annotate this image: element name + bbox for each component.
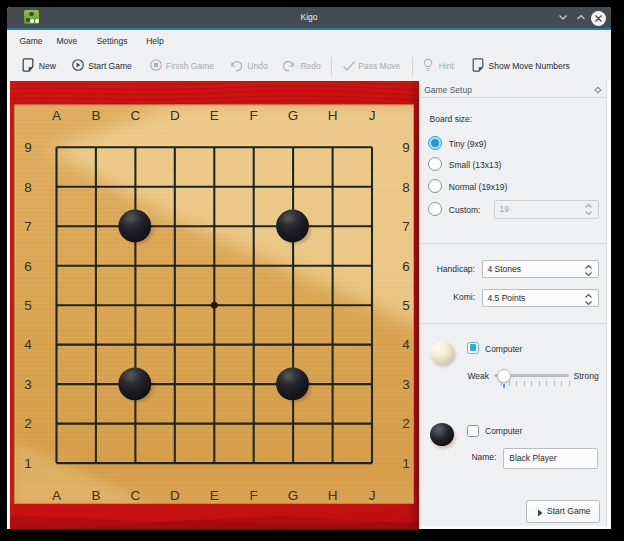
svg-text:3: 3 xyxy=(402,376,410,391)
svg-text:J: J xyxy=(369,107,376,122)
svg-text:B: B xyxy=(91,107,100,122)
svg-text:4: 4 xyxy=(402,337,410,352)
svg-text:7: 7 xyxy=(402,219,410,234)
svg-text:1: 1 xyxy=(402,455,410,470)
svg-text:9: 9 xyxy=(24,140,32,155)
svg-text:7: 7 xyxy=(24,219,32,234)
svg-text:9: 9 xyxy=(402,140,410,155)
svg-text:F: F xyxy=(250,488,258,503)
svg-text:5: 5 xyxy=(402,298,410,313)
svg-text:G: G xyxy=(288,488,299,503)
svg-text:2: 2 xyxy=(24,416,32,431)
svg-text:6: 6 xyxy=(24,258,32,273)
svg-text:1: 1 xyxy=(24,455,32,470)
svg-text:8: 8 xyxy=(24,179,32,194)
svg-text:H: H xyxy=(328,488,338,503)
svg-text:4: 4 xyxy=(24,337,32,352)
svg-text:A: A xyxy=(52,488,61,503)
svg-text:H: H xyxy=(328,107,338,122)
svg-text:D: D xyxy=(170,107,180,122)
svg-text:G: G xyxy=(288,107,299,122)
svg-text:F: F xyxy=(250,107,258,122)
svg-text:3: 3 xyxy=(24,376,32,391)
svg-text:6: 6 xyxy=(402,258,410,273)
svg-text:D: D xyxy=(170,488,180,503)
svg-text:E: E xyxy=(210,488,219,503)
svg-text:C: C xyxy=(131,488,141,503)
svg-text:8: 8 xyxy=(402,179,410,194)
svg-text:C: C xyxy=(131,107,141,122)
svg-text:2: 2 xyxy=(402,416,410,431)
svg-text:B: B xyxy=(91,488,100,503)
svg-text:J: J xyxy=(369,488,376,503)
svg-text:E: E xyxy=(210,107,219,122)
svg-text:A: A xyxy=(52,107,61,122)
svg-text:5: 5 xyxy=(24,298,32,313)
